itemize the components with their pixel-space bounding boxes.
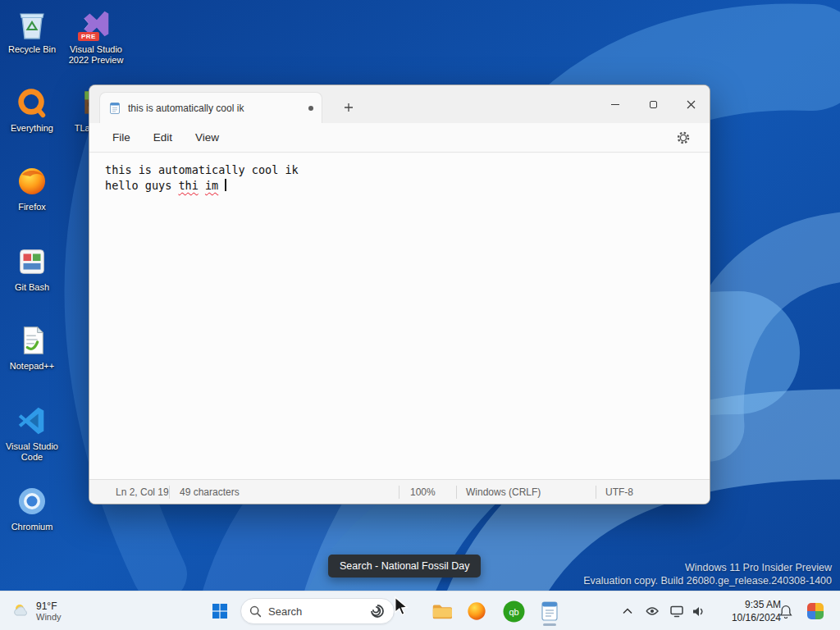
volume-button[interactable]	[686, 595, 710, 628]
line2-seg2	[199, 179, 205, 192]
plus-icon	[344, 103, 354, 112]
recycle-bin-icon	[13, 5, 51, 43]
notepad-text-area[interactable]: this is automatically cool ik hello guys…	[89, 153, 710, 481]
pre-badge: PRE	[78, 32, 99, 41]
desktop-icon-label: Everything	[11, 123, 53, 134]
desktop-screen: { "colors": { "wallpaper_base": "#0e4da4…	[0, 0, 840, 630]
text-line-1: this is automatically cool ik	[105, 162, 710, 178]
desktop-icon-label: Firefox	[18, 202, 46, 212]
desktop-icon-visual-studio-code[interactable]: Visual Studio Code	[2, 402, 62, 463]
weather-condition: Windy	[36, 612, 62, 623]
minimize-icon	[611, 104, 619, 105]
desktop-icon-label: Git Bash	[15, 282, 49, 293]
notification-button[interactable]	[773, 595, 799, 628]
desktop-icon-notepad-plus-plus[interactable]: Notepad++	[2, 322, 62, 372]
taskbar: 91°F Windy Search	[0, 591, 840, 630]
new-tab-button[interactable]	[337, 97, 360, 118]
desktop-icon-label: Visual Studio Code	[2, 441, 62, 463]
desktop-icon-firefox[interactable]: Firefox	[2, 162, 62, 212]
status-char-count: 49 characters	[180, 486, 240, 498]
settings-button[interactable]	[672, 127, 695, 148]
colorful-app-icon	[806, 601, 825, 621]
notepad-plus-plus-icon	[13, 322, 51, 359]
close-button[interactable]	[672, 85, 710, 123]
running-indicator	[543, 623, 556, 626]
gear-icon	[677, 131, 690, 144]
eye-icon	[645, 605, 660, 617]
desktop-icon-label: Notepad++	[10, 361, 54, 372]
misspelled-word: thi	[178, 179, 198, 192]
taskbar-clock[interactable]: 9:35 AM 10/16/2024	[715, 598, 781, 624]
watermark-line2: Evaluation copy. Build 26080.ge_release.…	[583, 574, 832, 587]
network-display-button[interactable]	[665, 595, 688, 628]
quickbooks-button[interactable]: qb	[497, 595, 530, 628]
text-caret	[225, 179, 226, 191]
clock-date: 10/16/2024	[715, 611, 781, 624]
taskbar-search-box[interactable]: Search	[240, 598, 395, 624]
display-icon	[670, 605, 683, 618]
vscode-icon	[13, 402, 51, 440]
desktop-icon-everything[interactable]: Everything	[2, 84, 62, 134]
weather-temp: 91°F	[36, 600, 62, 612]
status-line-ending: Windows (CRLF)	[466, 486, 541, 498]
notepad-window: this is automatically cool ik File Edit …	[89, 84, 710, 504]
notepad-file-icon	[108, 102, 121, 115]
search-highlight-flyout[interactable]: Search - National Fossil Day	[328, 555, 481, 578]
colorful-tray-app-button[interactable]	[799, 595, 832, 628]
evaluation-watermark: Windows 11 Pro Insider Preview Evaluatio…	[583, 561, 832, 587]
search-highlight-fossil-icon	[369, 603, 386, 619]
folder-icon	[431, 600, 452, 622]
tray-overflow-button[interactable]	[614, 595, 641, 628]
status-separator	[596, 486, 596, 499]
text-line-2: hello guys thi im	[105, 178, 710, 194]
everything-icon	[13, 84, 51, 121]
speaker-icon	[692, 605, 705, 618]
menu-file[interactable]: File	[103, 127, 140, 148]
desktop-icon-visual-studio-2022[interactable]: PRE Visual Studio 2022 Preview	[66, 5, 126, 66]
notepad-app-icon	[540, 600, 559, 622]
line2-seg3	[218, 179, 225, 192]
quickbooks-icon: qb	[503, 600, 525, 623]
bell-icon	[779, 605, 792, 619]
chevron-up-icon	[623, 608, 632, 614]
maximize-icon	[650, 101, 657, 108]
misspelled-word: im	[205, 179, 218, 192]
minimize-button[interactable]	[596, 85, 634, 123]
file-explorer-button[interactable]	[425, 595, 458, 628]
notepad-taskbar-button[interactable]	[533, 595, 566, 628]
notepad-tab[interactable]: this is automatically cool ik	[99, 92, 322, 123]
menu-view[interactable]: View	[185, 127, 229, 148]
firefox-taskbar-button[interactable]	[460, 595, 493, 628]
chromium-icon	[13, 482, 51, 520]
status-cursor-position: Ln 2, Col 19	[116, 486, 169, 498]
status-separator	[399, 486, 399, 499]
start-button[interactable]	[203, 595, 236, 628]
weather-icon	[11, 601, 31, 621]
quickbooks-label: qb	[509, 606, 518, 616]
unsaved-dot-icon	[308, 106, 313, 111]
line2-seg1: hello guys	[105, 179, 178, 192]
close-icon	[687, 100, 696, 109]
clock-time: 9:35 AM	[715, 598, 781, 611]
windows-logo-icon	[211, 602, 229, 620]
maximize-button[interactable]	[634, 85, 672, 123]
desktop-icon-label: Visual Studio 2022 Preview	[66, 44, 126, 66]
notepad-titlebar[interactable]: this is automatically cool ik	[89, 85, 710, 123]
desktop-icon-label: Chromium	[11, 522, 53, 532]
weather-widget[interactable]: 91°F Windy	[5, 596, 68, 627]
notepad-menubar: File Edit View	[89, 123, 710, 153]
menu-edit[interactable]: Edit	[144, 127, 182, 148]
notepad-status-bar: Ln 2, Col 19 49 characters 100% Windows …	[89, 479, 710, 504]
git-bash-icon	[13, 243, 51, 281]
desktop-icon-chromium[interactable]: Chromium	[2, 482, 62, 532]
status-encoding: UTF-8	[605, 486, 633, 498]
status-separator	[169, 486, 170, 499]
desktop-icon-git-bash[interactable]: Git Bash	[2, 243, 62, 293]
tab-title: this is automatically cool ik	[128, 103, 302, 114]
desktop-icon-recycle-bin[interactable]: Recycle Bin	[2, 5, 62, 55]
status-separator	[456, 486, 457, 499]
status-zoom: 100%	[410, 486, 436, 498]
search-icon	[249, 605, 262, 618]
tray-eye-button[interactable]	[640, 595, 664, 628]
watermark-line1: Windows 11 Pro Insider Preview	[583, 561, 832, 574]
